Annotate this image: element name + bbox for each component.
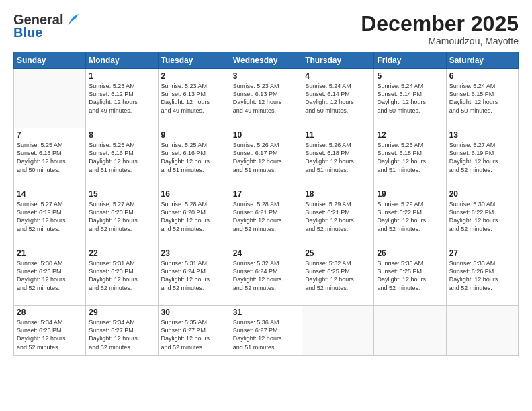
day-info: Sunrise: 5:30 AMSunset: 6:22 PMDaylight:…: [449, 200, 515, 233]
day-number: 13: [449, 130, 515, 140]
cell-w4-d7: 27Sunrise: 5:33 AMSunset: 6:26 PMDayligh…: [446, 246, 518, 306]
cell-w5-d3: 30Sunrise: 5:35 AMSunset: 6:27 PMDayligh…: [158, 306, 230, 356]
day-number: 10: [233, 130, 299, 140]
week-row-2: 7Sunrise: 5:25 AMSunset: 6:15 PMDaylight…: [14, 128, 519, 187]
day-number: 14: [17, 189, 83, 199]
days-header-row: Sunday Monday Tuesday Wednesday Thursday…: [14, 52, 519, 69]
day-number: 30: [161, 308, 227, 317]
day-info: Sunrise: 5:25 AMSunset: 6:16 PMDaylight:…: [161, 141, 227, 174]
day-info: Sunrise: 5:35 AMSunset: 6:27 PMDaylight:…: [161, 318, 227, 351]
svg-marker-0: [68, 14, 79, 25]
day-number: 20: [449, 189, 515, 199]
cell-w3-d1: 14Sunrise: 5:27 AMSunset: 6:19 PMDayligh…: [14, 187, 86, 246]
day-info: Sunrise: 5:24 AMSunset: 6:14 PMDaylight:…: [305, 82, 371, 115]
cell-w3-d3: 16Sunrise: 5:28 AMSunset: 6:20 PMDayligh…: [158, 187, 230, 246]
day-info: Sunrise: 5:36 AMSunset: 6:27 PMDaylight:…: [233, 318, 299, 351]
day-number: 1: [89, 71, 154, 81]
day-number: 17: [233, 189, 299, 199]
cell-w3-d2: 15Sunrise: 5:27 AMSunset: 6:20 PMDayligh…: [86, 187, 158, 246]
day-info: Sunrise: 5:29 AMSunset: 6:21 PMDaylight:…: [305, 200, 371, 233]
page: General Blue December 2025 Mamoudzou, Ma…: [0, 0, 532, 411]
day-info: Sunrise: 5:24 AMSunset: 6:14 PMDaylight:…: [377, 82, 443, 115]
day-number: 11: [305, 130, 371, 140]
cell-w5-d1: 28Sunrise: 5:34 AMSunset: 6:26 PMDayligh…: [14, 306, 86, 356]
day-number: 28: [17, 308, 83, 317]
cell-w1-d3: 2Sunrise: 5:23 AMSunset: 6:13 PMDaylight…: [158, 69, 230, 128]
cell-w2-d7: 13Sunrise: 5:27 AMSunset: 6:19 PMDayligh…: [446, 128, 518, 187]
week-row-5: 28Sunrise: 5:34 AMSunset: 6:26 PMDayligh…: [14, 306, 519, 356]
cell-w2-d4: 10Sunrise: 5:26 AMSunset: 6:17 PMDayligh…: [230, 128, 302, 187]
month-title: December 2025: [361, 12, 519, 36]
day-number: 6: [449, 71, 515, 81]
day-number: 18: [305, 189, 371, 199]
cell-w3-d7: 20Sunrise: 5:30 AMSunset: 6:22 PMDayligh…: [446, 187, 518, 246]
header-friday: Friday: [374, 52, 446, 69]
day-info: Sunrise: 5:32 AMSunset: 6:25 PMDaylight:…: [305, 259, 371, 292]
logo-blue: Blue: [13, 25, 42, 40]
header-wednesday: Wednesday: [230, 52, 302, 69]
cell-w4-d2: 22Sunrise: 5:31 AMSunset: 6:23 PMDayligh…: [86, 246, 158, 306]
cell-w1-d5: 4Sunrise: 5:24 AMSunset: 6:14 PMDaylight…: [302, 69, 374, 128]
day-info: Sunrise: 5:32 AMSunset: 6:24 PMDaylight:…: [233, 259, 299, 292]
cell-w5-d5: [302, 306, 374, 356]
header-monday: Monday: [86, 52, 158, 69]
day-info: Sunrise: 5:26 AMSunset: 6:18 PMDaylight:…: [377, 141, 443, 174]
header-thursday: Thursday: [302, 52, 374, 69]
day-info: Sunrise: 5:24 AMSunset: 6:15 PMDaylight:…: [449, 82, 515, 115]
cell-w3-d5: 18Sunrise: 5:29 AMSunset: 6:21 PMDayligh…: [302, 187, 374, 246]
cell-w1-d6: 5Sunrise: 5:24 AMSunset: 6:14 PMDaylight…: [374, 69, 446, 128]
cell-w4-d6: 26Sunrise: 5:33 AMSunset: 6:25 PMDayligh…: [374, 246, 446, 306]
day-number: 21: [17, 248, 83, 258]
title-area: December 2025 Mamoudzou, Mayotte: [361, 12, 519, 46]
header: General Blue December 2025 Mamoudzou, Ma…: [13, 12, 519, 46]
week-row-1: 1Sunrise: 5:23 AMSunset: 6:12 PMDaylight…: [14, 69, 519, 128]
cell-w5-d4: 31Sunrise: 5:36 AMSunset: 6:27 PMDayligh…: [230, 306, 302, 356]
cell-w2-d2: 8Sunrise: 5:25 AMSunset: 6:16 PMDaylight…: [86, 128, 158, 187]
calendar: Sunday Monday Tuesday Wednesday Thursday…: [13, 52, 519, 404]
day-number: 12: [377, 130, 443, 140]
cell-w1-d4: 3Sunrise: 5:23 AMSunset: 6:13 PMDaylight…: [230, 69, 302, 128]
day-number: 24: [233, 248, 299, 258]
cell-w4-d1: 21Sunrise: 5:30 AMSunset: 6:23 PMDayligh…: [14, 246, 86, 306]
calendar-table: Sunday Monday Tuesday Wednesday Thursday…: [13, 52, 519, 356]
calendar-body: 1Sunrise: 5:23 AMSunset: 6:12 PMDaylight…: [14, 69, 519, 356]
day-number: 16: [161, 189, 227, 199]
cell-w4-d4: 24Sunrise: 5:32 AMSunset: 6:24 PMDayligh…: [230, 246, 302, 306]
cell-w5-d6: [374, 306, 446, 356]
day-number: 23: [161, 248, 227, 258]
day-number: 5: [377, 71, 443, 81]
day-number: 9: [161, 130, 227, 140]
cell-w3-d4: 17Sunrise: 5:28 AMSunset: 6:21 PMDayligh…: [230, 187, 302, 246]
day-number: 19: [377, 189, 443, 199]
day-info: Sunrise: 5:29 AMSunset: 6:22 PMDaylight:…: [377, 200, 443, 233]
cell-w1-d2: 1Sunrise: 5:23 AMSunset: 6:12 PMDaylight…: [86, 69, 158, 128]
day-number: 15: [89, 189, 154, 199]
day-info: Sunrise: 5:28 AMSunset: 6:20 PMDaylight:…: [161, 200, 227, 233]
day-number: 27: [449, 248, 515, 258]
day-info: Sunrise: 5:30 AMSunset: 6:23 PMDaylight:…: [17, 259, 83, 292]
cell-w2-d6: 12Sunrise: 5:26 AMSunset: 6:18 PMDayligh…: [374, 128, 446, 187]
day-info: Sunrise: 5:31 AMSunset: 6:23 PMDaylight:…: [89, 259, 154, 292]
day-info: Sunrise: 5:25 AMSunset: 6:16 PMDaylight:…: [89, 141, 154, 174]
cell-w1-d1: [14, 69, 86, 128]
day-number: 22: [89, 248, 154, 258]
day-info: Sunrise: 5:33 AMSunset: 6:25 PMDaylight:…: [377, 259, 443, 292]
day-info: Sunrise: 5:33 AMSunset: 6:26 PMDaylight:…: [449, 259, 515, 292]
day-info: Sunrise: 5:31 AMSunset: 6:24 PMDaylight:…: [161, 259, 227, 292]
day-number: 26: [377, 248, 443, 258]
day-info: Sunrise: 5:34 AMSunset: 6:26 PMDaylight:…: [17, 318, 83, 351]
day-info: Sunrise: 5:27 AMSunset: 6:20 PMDaylight:…: [89, 200, 154, 233]
week-row-4: 21Sunrise: 5:30 AMSunset: 6:23 PMDayligh…: [14, 246, 519, 306]
location-subtitle: Mamoudzou, Mayotte: [361, 36, 519, 46]
day-info: Sunrise: 5:28 AMSunset: 6:21 PMDaylight:…: [233, 200, 299, 233]
cell-w3-d6: 19Sunrise: 5:29 AMSunset: 6:22 PMDayligh…: [374, 187, 446, 246]
header-tuesday: Tuesday: [158, 52, 230, 69]
cell-w2-d3: 9Sunrise: 5:25 AMSunset: 6:16 PMDaylight…: [158, 128, 230, 187]
logo-bird-icon: [64, 13, 79, 28]
day-number: 8: [89, 130, 154, 140]
day-info: Sunrise: 5:26 AMSunset: 6:18 PMDaylight:…: [305, 141, 371, 174]
header-saturday: Saturday: [446, 52, 518, 69]
cell-w4-d5: 25Sunrise: 5:32 AMSunset: 6:25 PMDayligh…: [302, 246, 374, 306]
cell-w5-d2: 29Sunrise: 5:34 AMSunset: 6:27 PMDayligh…: [86, 306, 158, 356]
day-number: 2: [161, 71, 227, 81]
